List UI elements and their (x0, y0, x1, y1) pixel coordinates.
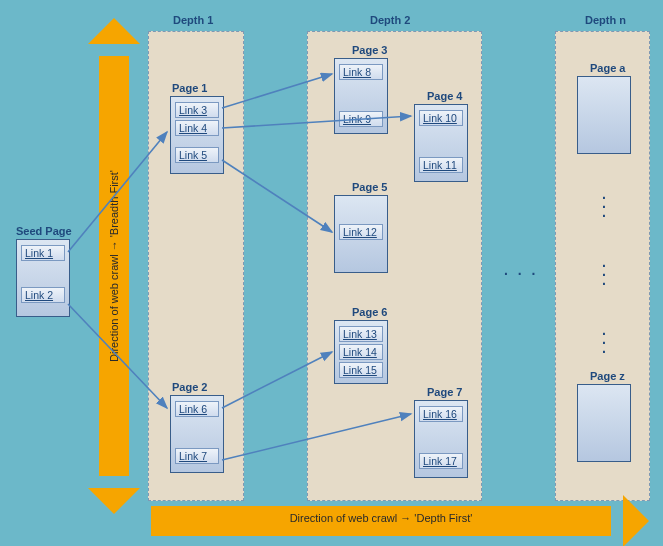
breadth-first-arrow: Direction of web crawl → 'Breadth First' (99, 56, 129, 476)
page-4-box: Link 10 Link 11 (414, 104, 468, 182)
seed-link-1[interactable]: Link 1 (21, 245, 65, 261)
page-1-link-4[interactable]: Link 4 (175, 120, 219, 136)
ellipsis-v3: ··· (599, 330, 609, 357)
page-5-title: Page 5 (352, 181, 387, 193)
page-a-box (577, 76, 631, 154)
page-2-link-7[interactable]: Link 7 (175, 448, 219, 464)
page-2-title: Page 2 (172, 381, 207, 393)
page-6-link-15[interactable]: Link 15 (339, 362, 383, 378)
page-1-box: Link 3 Link 4 Link 5 (170, 96, 224, 174)
page-3-box: Link 8 Link 9 (334, 58, 388, 134)
depth-label-1: Depth 1 (173, 14, 213, 26)
seed-page-box: Link 1 Link 2 (16, 239, 70, 317)
page-6-link-14[interactable]: Link 14 (339, 344, 383, 360)
page-4-link-11[interactable]: Link 11 (419, 157, 463, 173)
page-6-link-13[interactable]: Link 13 (339, 326, 383, 342)
page-7-box: Link 16 Link 17 (414, 400, 468, 478)
page-2-box: Link 6 Link 7 (170, 395, 224, 473)
depth-label-2: Depth 2 (370, 14, 410, 26)
page-z-box (577, 384, 631, 462)
page-1-title: Page 1 (172, 82, 207, 94)
page-z-title: Page z (590, 370, 625, 382)
page-a-title: Page a (590, 62, 625, 74)
page-3-link-9[interactable]: Link 9 (339, 111, 383, 127)
page-3-title: Page 3 (352, 44, 387, 56)
depth-label-n: Depth n (585, 14, 626, 26)
page-3-link-8[interactable]: Link 8 (339, 64, 383, 80)
page-4-link-10[interactable]: Link 10 (419, 110, 463, 126)
ellipsis-v2: ··· (599, 262, 609, 289)
depth-first-label: Direction of web crawl → 'Depth First' (151, 512, 611, 524)
page-7-link-17[interactable]: Link 17 (419, 453, 463, 469)
breadth-first-label: Direction of web crawl → 'Breadth First' (108, 170, 120, 362)
ellipsis-v1: ··· (599, 194, 609, 221)
ellipsis-h: . . . (504, 262, 538, 278)
seed-link-2[interactable]: Link 2 (21, 287, 65, 303)
page-5-box: Link 12 (334, 195, 388, 273)
page-1-link-5[interactable]: Link 5 (175, 147, 219, 163)
page-7-link-16[interactable]: Link 16 (419, 406, 463, 422)
page-1-link-3[interactable]: Link 3 (175, 102, 219, 118)
page-5-link-12[interactable]: Link 12 (339, 224, 383, 240)
page-6-box: Link 13 Link 14 Link 15 (334, 320, 388, 384)
page-7-title: Page 7 (427, 386, 462, 398)
depth-first-arrow: Direction of web crawl → 'Depth First' (151, 506, 611, 536)
page-6-title: Page 6 (352, 306, 387, 318)
page-2-link-6[interactable]: Link 6 (175, 401, 219, 417)
page-4-title: Page 4 (427, 90, 462, 102)
seed-page-label: Seed Page (16, 225, 72, 237)
